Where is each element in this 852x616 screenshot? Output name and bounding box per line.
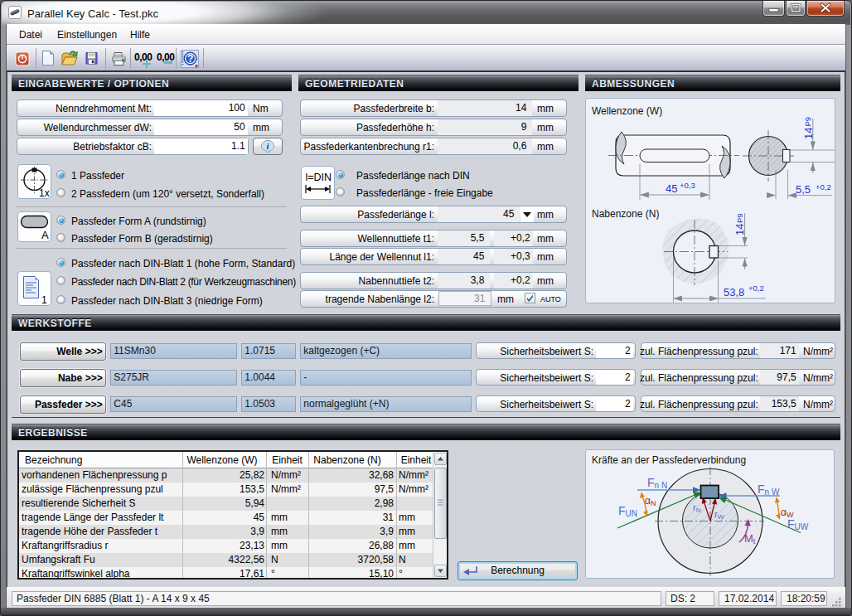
svg-text:FUW: FUW bbox=[787, 517, 809, 531]
svg-text:P9: P9 bbox=[803, 117, 812, 127]
svg-text:+0,3: +0,3 bbox=[680, 181, 695, 190]
svg-text:A: A bbox=[41, 229, 49, 241]
svg-text:+0,2: +0,2 bbox=[748, 284, 764, 293]
svg-text:l=DIN: l=DIN bbox=[306, 172, 332, 183]
svg-text:?: ? bbox=[187, 53, 193, 65]
svg-text:5,5: 5,5 bbox=[796, 183, 811, 196]
svg-text:53,8: 53,8 bbox=[724, 286, 744, 298]
svg-text:Kräfte an der Passfederverbind: Kräfte an der Passfederverbindung bbox=[592, 454, 746, 466]
svg-text:P9: P9 bbox=[735, 213, 744, 223]
svg-text:αW: αW bbox=[781, 507, 794, 519]
svg-text:1: 1 bbox=[41, 294, 47, 305]
svg-text:Fn N: Fn N bbox=[647, 476, 667, 490]
svg-text:Wellenzone (W): Wellenzone (W) bbox=[592, 105, 662, 117]
svg-text:45: 45 bbox=[666, 182, 677, 195]
svg-text:+0,2: +0,2 bbox=[816, 182, 831, 192]
svg-text:Nabenzone (N): Nabenzone (N) bbox=[592, 208, 659, 220]
svg-text:14: 14 bbox=[802, 128, 815, 139]
svg-text:14: 14 bbox=[733, 224, 746, 235]
svg-text:αN: αN bbox=[645, 495, 656, 507]
svg-text:FUN: FUN bbox=[618, 504, 637, 518]
svg-text:Fn W: Fn W bbox=[758, 483, 780, 497]
svg-text:1x: 1x bbox=[39, 187, 50, 198]
